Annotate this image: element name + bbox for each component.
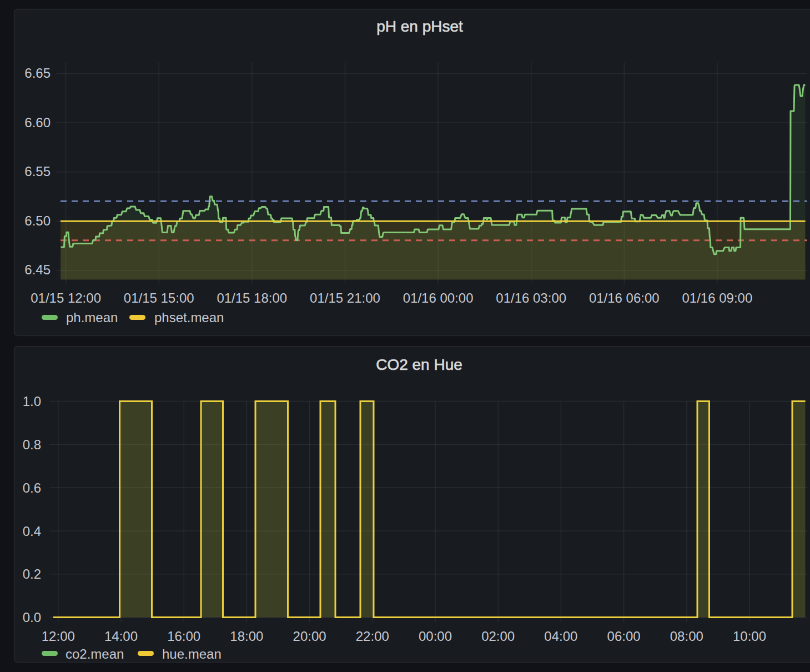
svg-text:18:00: 18:00 [230, 629, 263, 644]
svg-text:0.6: 0.6 [23, 480, 41, 495]
svg-text:ph.mean: ph.mean [66, 310, 118, 325]
svg-text:06:00: 06:00 [607, 629, 641, 644]
svg-text:01/16 03:00: 01/16 03:00 [496, 290, 566, 305]
svg-text:01/15 12:00: 01/15 12:00 [31, 290, 101, 305]
svg-text:CO2 en Hue: CO2 en Hue [376, 356, 462, 373]
svg-text:01/15 18:00: 01/15 18:00 [217, 290, 287, 305]
svg-text:01/16 09:00: 01/16 09:00 [682, 290, 753, 305]
svg-text:pH en pHset: pH en pHset [376, 18, 463, 35]
svg-text:12:00: 12:00 [42, 629, 75, 644]
svg-text:0.2: 0.2 [23, 566, 41, 581]
svg-text:6.45: 6.45 [24, 262, 51, 277]
svg-text:01/16 06:00: 01/16 06:00 [589, 290, 660, 305]
svg-text:6.60: 6.60 [24, 115, 51, 130]
svg-text:01/16 00:00: 01/16 00:00 [403, 290, 474, 305]
svg-text:co2.mean: co2.mean [66, 646, 124, 661]
svg-text:6.50: 6.50 [24, 213, 51, 228]
svg-text:phset.mean: phset.mean [154, 310, 224, 325]
svg-text:16:00: 16:00 [167, 629, 200, 644]
svg-text:00:00: 00:00 [419, 629, 452, 644]
svg-text:22:00: 22:00 [356, 629, 389, 644]
svg-text:6.55: 6.55 [24, 164, 51, 179]
svg-text:0.4: 0.4 [23, 524, 41, 539]
svg-text:14:00: 14:00 [104, 629, 138, 644]
svg-text:04:00: 04:00 [544, 629, 577, 644]
svg-text:1.0: 1.0 [23, 394, 41, 409]
svg-text:20:00: 20:00 [293, 629, 326, 644]
svg-text:10:00: 10:00 [733, 629, 766, 644]
svg-text:0.8: 0.8 [23, 437, 41, 452]
svg-text:0.0: 0.0 [23, 610, 41, 625]
svg-text:hue.mean: hue.mean [162, 646, 222, 661]
svg-text:01/15 15:00: 01/15 15:00 [124, 290, 194, 305]
svg-text:02:00: 02:00 [481, 629, 515, 644]
svg-text:08:00: 08:00 [670, 629, 703, 644]
svg-text:6.65: 6.65 [24, 66, 51, 81]
svg-text:01/15 21:00: 01/15 21:00 [310, 290, 380, 305]
